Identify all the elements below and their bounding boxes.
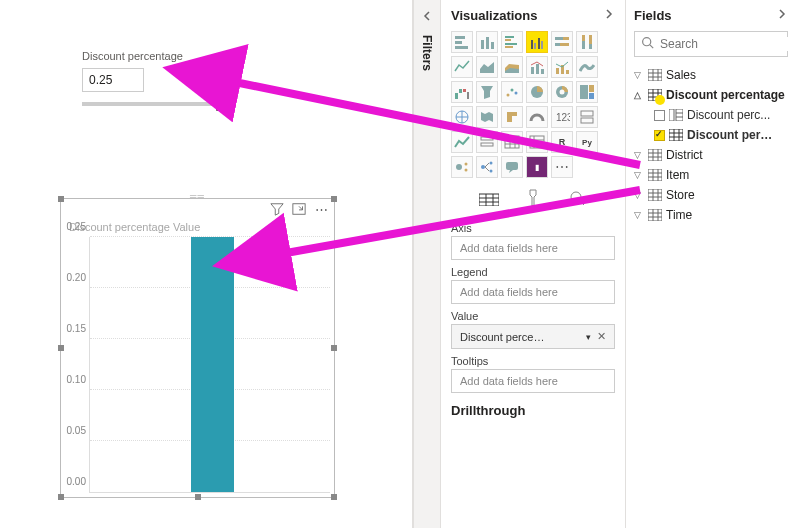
slicer-value-input[interactable]: 0.25 [82, 68, 144, 92]
viz-r-icon[interactable]: R [551, 131, 573, 153]
svg-rect-8 [505, 39, 511, 41]
viz-100-stacked-bar-icon[interactable] [551, 31, 573, 53]
viz-decomposition-icon[interactable] [476, 156, 498, 178]
viz-map-icon[interactable] [451, 106, 473, 128]
chevron-up-icon[interactable]: △ [634, 90, 644, 100]
viz-python-icon[interactable]: Py [576, 131, 598, 153]
viz-stacked-column-icon[interactable] [476, 31, 498, 53]
drag-handle[interactable]: ══ [185, 191, 211, 195]
svg-point-59 [643, 38, 651, 46]
viz-qna-icon[interactable] [501, 156, 523, 178]
report-canvas[interactable]: Discount percentage 0.25 ══ ⋯ Discount p… [0, 0, 413, 528]
visualizations-pane: Visualizations [441, 0, 626, 528]
viz-clustered-column-icon[interactable] [526, 31, 548, 53]
viz-key-influencers-icon[interactable] [451, 156, 473, 178]
table-district[interactable]: ▽ District [634, 145, 788, 165]
checkbox[interactable] [654, 110, 665, 121]
drillthrough-header: Drillthrough [451, 403, 615, 418]
table-item[interactable]: ▽ Item [634, 165, 788, 185]
viz-waterfall-icon[interactable] [451, 81, 473, 103]
viz-combo-icon[interactable] [526, 56, 548, 78]
viz-ribbon-icon[interactable] [576, 56, 598, 78]
axis-well[interactable]: Add data fields here [451, 236, 615, 260]
svg-rect-57 [479, 194, 499, 206]
viz-donut-icon[interactable] [551, 81, 573, 103]
viz-gauge-icon[interactable] [526, 106, 548, 128]
svg-rect-67 [648, 189, 662, 201]
viz-import-icon[interactable]: ⋯ [551, 156, 573, 178]
svg-rect-48 [505, 136, 519, 148]
collapse-fields-icon[interactable] [776, 8, 788, 23]
analytics-tab-icon[interactable] [565, 188, 589, 208]
svg-rect-40 [589, 85, 594, 92]
expand-filters-icon[interactable] [421, 10, 433, 25]
svg-rect-63 [676, 109, 683, 121]
svg-point-55 [490, 170, 493, 173]
table-sales[interactable]: ▽ Sales [634, 65, 788, 85]
field-discount-perc-2[interactable]: Discount perc... [634, 125, 788, 145]
chevron-down-icon[interactable]: ▽ [634, 190, 644, 200]
table-icon [648, 149, 662, 161]
viz-100-stacked-column-icon[interactable] [576, 31, 598, 53]
viz-slicer-icon[interactable] [476, 131, 498, 153]
viz-shape-map-icon[interactable] [501, 106, 523, 128]
slicer-thumb[interactable] [216, 97, 222, 111]
table-discount-percentage[interactable]: △ Discount percentage [634, 85, 788, 105]
viz-pie-icon[interactable] [526, 81, 548, 103]
viz-area-icon[interactable] [476, 56, 498, 78]
viz-kpi-icon[interactable] [451, 131, 473, 153]
slicer-slider[interactable] [82, 102, 222, 106]
svg-rect-20 [582, 35, 585, 41]
table-time[interactable]: ▽ Time [634, 205, 788, 225]
visualization-gallery: 123 R Py ▮ ⋯ [451, 31, 615, 178]
viz-matrix-icon[interactable] [526, 131, 548, 153]
fields-tab-icon[interactable] [477, 188, 501, 208]
viz-stacked-bar-icon[interactable] [451, 31, 473, 53]
svg-text:123: 123 [556, 112, 570, 123]
remove-field-icon[interactable]: ✕ [594, 330, 606, 342]
chevron-down-icon[interactable]: ▽ [634, 150, 644, 160]
search-input[interactable] [660, 37, 796, 51]
value-well[interactable]: Discount percentage Va ▾ ✕ [451, 324, 615, 349]
more-options-icon[interactable]: ⋯ [314, 202, 328, 216]
chevron-down-icon[interactable]: ▽ [634, 70, 644, 80]
viz-line-icon[interactable] [451, 56, 473, 78]
svg-rect-41 [589, 93, 594, 99]
svg-rect-4 [481, 40, 484, 49]
format-tab-icon[interactable] [521, 188, 545, 208]
viz-treemap-icon[interactable] [576, 81, 598, 103]
viz-combo2-icon[interactable] [551, 56, 573, 78]
viz-table-icon[interactable] [501, 131, 523, 153]
svg-rect-28 [566, 70, 569, 74]
viz-multirow-card-icon[interactable] [576, 106, 598, 128]
focus-mode-icon[interactable] [292, 202, 306, 216]
viz-filled-map-icon[interactable] [476, 106, 498, 128]
svg-rect-30 [459, 89, 462, 93]
bar-chart-visual[interactable]: ══ ⋯ Discount percentage Value 0.00 0 [60, 198, 335, 498]
chevron-down-icon[interactable]: ▾ [586, 332, 591, 342]
viz-card-icon[interactable]: 123 [551, 106, 573, 128]
chevron-down-icon[interactable]: ▽ [634, 170, 644, 180]
svg-rect-49 [530, 136, 544, 148]
legend-well[interactable]: Add data fields here [451, 280, 615, 304]
filter-icon[interactable] [270, 202, 284, 216]
filters-pane-collapsed[interactable]: Filters [413, 0, 441, 528]
viz-powerapps-icon[interactable]: ▮ [526, 156, 548, 178]
fields-search[interactable] [634, 31, 788, 57]
chevron-down-icon[interactable]: ▽ [634, 210, 644, 220]
svg-rect-18 [560, 43, 569, 46]
slicer-title: Discount percentage [82, 50, 232, 62]
field-discount-perc-1[interactable]: Discount perc... [634, 105, 788, 125]
svg-point-53 [481, 165, 485, 169]
svg-rect-5 [486, 37, 489, 49]
viz-scatter-icon[interactable] [501, 81, 523, 103]
checkbox-checked[interactable] [654, 130, 665, 141]
viz-funnel-icon[interactable] [476, 81, 498, 103]
tooltips-well[interactable]: Add data fields here [451, 369, 615, 393]
table-store[interactable]: ▽ Store [634, 185, 788, 205]
viz-stacked-area-icon[interactable] [501, 56, 523, 78]
viz-clustered-bar-icon[interactable] [501, 31, 523, 53]
collapse-viz-icon[interactable] [603, 8, 615, 23]
slicer-visual[interactable]: Discount percentage 0.25 [82, 50, 232, 106]
svg-rect-44 [581, 111, 593, 116]
